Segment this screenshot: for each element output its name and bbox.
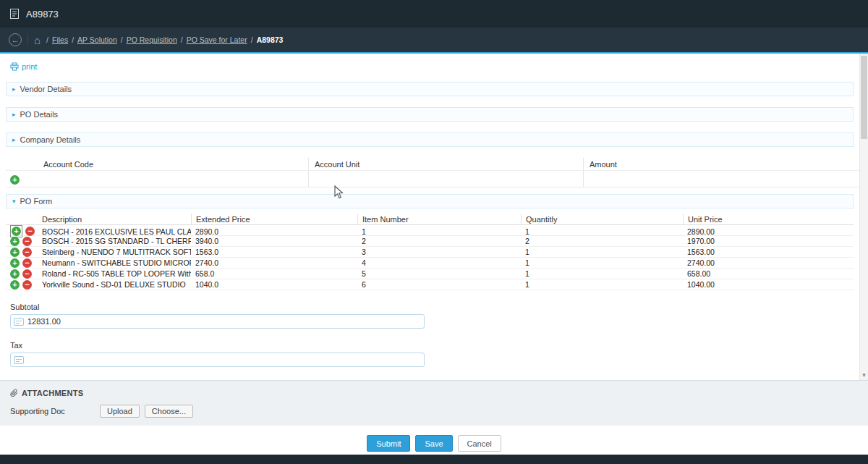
- description-cell: Neumann - SWITCHABLE STUDIO MICROPHONE: [38, 258, 191, 267]
- description-cell: BOSCH - 2016 EXCLUSIVE LES PAUL CLASSIC …: [38, 227, 191, 236]
- breadcrumb-link-po-requisition[interactable]: PO Requisition: [127, 35, 177, 44]
- panel-po-form-label: PO Form: [20, 197, 53, 206]
- add-row-button[interactable]: +: [12, 227, 21, 236]
- breadcrumb-separator: /: [121, 35, 123, 44]
- unit-price-cell: 658.00: [683, 269, 854, 278]
- supporting-doc-row: Supporting Doc Upload Choose...: [10, 405, 868, 418]
- po-table-row: + − Roland - RC-505 TABLE TOP LOOPER Wit…: [6, 269, 854, 279]
- tax-fieldbox: [10, 353, 425, 367]
- breadcrumb-separator: /: [72, 35, 74, 44]
- description-cell: BOSCH - 2015 SG STANDARD - TL CHERRY Ser…: [38, 237, 191, 245]
- print-button[interactable]: print: [10, 62, 37, 71]
- unit-price-header: Unit Price: [683, 214, 854, 224]
- item-number-cell: 6: [357, 280, 521, 289]
- scrollbar-down-arrow[interactable]: ▾: [860, 371, 868, 379]
- breadcrumb: / Files / AP Solution / PO Requisition /…: [46, 35, 283, 44]
- extended-price-cell: 1563.0: [191, 248, 357, 256]
- remove-row-button[interactable]: −: [22, 269, 32, 279]
- top-header: A89873: [0, 0, 868, 28]
- add-row-button[interactable]: +: [10, 269, 20, 279]
- home-button[interactable]: ⌂: [34, 35, 41, 46]
- breadcrumb-link-ap-solution[interactable]: AP Solution: [77, 35, 117, 44]
- extended-price-cell: 1040.0: [191, 280, 357, 289]
- description-cell: Steinberg - NUENDO 7 MULTITRACK SOFTWARE…: [38, 248, 191, 256]
- remove-row-button[interactable]: −: [22, 258, 32, 268]
- item-number-cell: 1: [357, 227, 521, 236]
- quantity-cell: 1: [521, 258, 683, 267]
- app-title: A89873: [26, 9, 59, 20]
- panel-vendor-details[interactable]: ▸ Vendor Details: [6, 82, 854, 96]
- scrollbar-thumb[interactable]: [861, 56, 867, 139]
- description-cell: Roland - RC-505 TABLE TOP LOOPER With EF…: [38, 269, 191, 278]
- printer-icon: [10, 62, 19, 71]
- remove-row-button[interactable]: −: [22, 248, 32, 257]
- item-number-header: Item Number: [357, 214, 521, 224]
- scrollbar[interactable]: ▾: [859, 54, 868, 380]
- remove-row-button[interactable]: −: [22, 280, 32, 290]
- unit-price-cell: 2890.00: [683, 227, 854, 236]
- quantity-cell: 1: [521, 269, 683, 278]
- amount-cell[interactable]: [583, 171, 862, 187]
- account-header-spacer: [6, 158, 38, 170]
- panel-po-details[interactable]: ▸ PO Details: [6, 107, 854, 122]
- account-table-empty-row: +: [6, 171, 862, 187]
- item-number-cell: 5: [357, 269, 521, 278]
- account-unit-cell[interactable]: [308, 171, 583, 187]
- quantity-cell: 2: [521, 237, 683, 245]
- numeric-field-icon: [14, 318, 24, 326]
- submit-button[interactable]: Submit: [367, 435, 410, 452]
- extended-price-header: Extended Price: [191, 214, 357, 224]
- divider: [27, 35, 28, 45]
- item-number-cell: 3: [357, 248, 521, 256]
- panel-company-details[interactable]: ▸ Company Details: [6, 132, 854, 147]
- breadcrumb-link-files[interactable]: Files: [52, 35, 68, 44]
- subtotal-input[interactable]: [27, 317, 424, 326]
- unit-price-cell: 1040.00: [683, 280, 854, 289]
- account-table: Account Code Account Unit Amount +: [6, 158, 862, 187]
- back-arrow-icon: ←: [12, 35, 20, 44]
- panel-po-details-label: PO Details: [20, 110, 59, 119]
- extended-price-cell: 3940.0: [191, 237, 357, 245]
- attachments-section: ATTACHMENTS Supporting Doc Upload Choose…: [0, 380, 868, 426]
- attachments-header: ATTACHMENTS: [10, 389, 868, 397]
- add-row-button[interactable]: +: [10, 237, 20, 246]
- description-header: Description: [38, 215, 191, 224]
- description-cell: Yorkville Sound - SD-01 DELUXE STUDIO: [38, 280, 191, 289]
- choose-file-button[interactable]: Choose...: [145, 405, 193, 418]
- po-table-row: + − Yorkville Sound - SD-01 DELUXE STUDI…: [6, 279, 854, 290]
- breadcrumb-separator: /: [46, 35, 48, 44]
- subtotal-fieldbox: [10, 314, 425, 329]
- back-button[interactable]: ←: [9, 33, 22, 46]
- add-account-row-button[interactable]: +: [10, 175, 20, 185]
- account-code-cell[interactable]: [38, 171, 308, 187]
- unit-price-cell: 1970.00: [683, 237, 854, 245]
- remove-row-button[interactable]: −: [22, 237, 32, 246]
- breadcrumb-link-po-save-for-later[interactable]: PO Save for Later: [187, 35, 247, 44]
- po-table-row: + − BOSCH - 2016 EXCLUSIVE LES PAUL CLAS…: [6, 225, 854, 236]
- account-table-header: Account Code Account Unit Amount: [6, 158, 862, 171]
- extended-price-cell: 2740.0: [191, 258, 357, 267]
- panel-po-form[interactable]: ▾ PO Form: [6, 194, 854, 208]
- tax-input[interactable]: [27, 355, 424, 364]
- account-code-header: Account Code: [38, 158, 308, 170]
- attachments-title: ATTACHMENTS: [22, 389, 83, 397]
- breadcrumb-current: A89873: [257, 35, 284, 44]
- amount-header: Amount: [583, 158, 862, 170]
- quantity-cell: 1: [521, 280, 683, 289]
- add-row-button[interactable]: +: [10, 258, 20, 268]
- upload-button[interactable]: Upload: [100, 405, 140, 418]
- save-button[interactable]: Save: [415, 435, 452, 452]
- po-table-row: + − BOSCH - 2015 SG STANDARD - TL CHERRY…: [6, 236, 854, 247]
- add-row-button[interactable]: +: [10, 280, 20, 290]
- remove-row-button[interactable]: −: [25, 227, 35, 236]
- add-row-button[interactable]: +: [10, 248, 20, 257]
- unit-price-cell: 2740.00: [683, 258, 854, 267]
- cancel-button[interactable]: Cancel: [458, 435, 501, 452]
- document-icon: [9, 8, 20, 20]
- panel-company-details-label: Company Details: [20, 135, 81, 144]
- numeric-field-icon: [14, 356, 24, 364]
- account-unit-header: Account Unit: [308, 158, 583, 170]
- unit-price-cell: 1563.00: [683, 248, 854, 256]
- quantity-cell: 1: [521, 227, 683, 236]
- item-number-cell: 2: [357, 237, 521, 245]
